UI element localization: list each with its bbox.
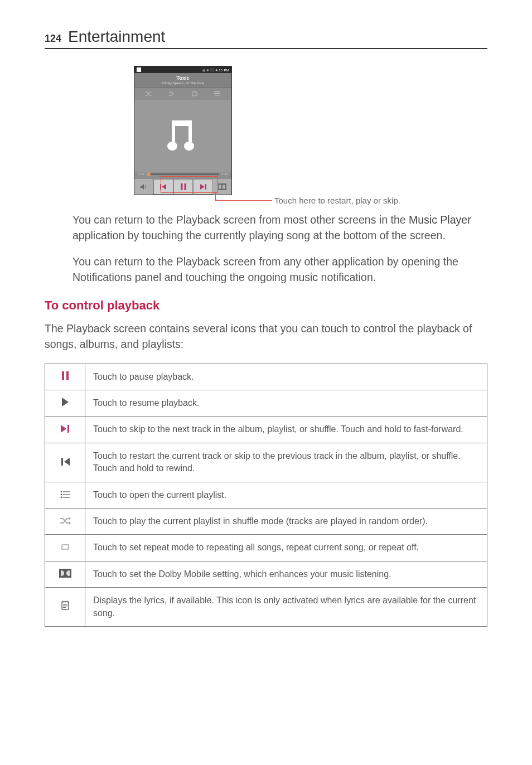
mode-row	[134, 88, 231, 100]
svg-point-22	[60, 496, 62, 498]
prev-desc: Touch to restart the current track or sk…	[85, 443, 487, 482]
status-bar: ◎ ≋ ⬛ 4:15 PM	[134, 66, 231, 73]
subheading: To control playback	[45, 298, 487, 313]
pause-desc: Touch to pause playback.	[85, 364, 487, 390]
shuffle-icon-cell	[45, 508, 85, 534]
table-row: Touch to set repeat mode to repeating al…	[45, 535, 487, 561]
elapsed-time: 0:03	[138, 172, 144, 176]
svg-rect-1	[194, 93, 196, 93]
status-icons: ◎ ≋ ⬛	[202, 69, 216, 72]
volume-button[interactable]	[134, 179, 153, 195]
repeat-icon-cell	[45, 535, 85, 561]
callout-text: Touch here to restart, play or skip.	[274, 196, 400, 205]
paragraph-text: You can return to the Playback screen fr…	[72, 214, 409, 226]
table-row: Displays the lyrics, if available. This …	[45, 588, 487, 627]
svg-rect-4	[214, 93, 220, 94]
playlist-open-icon	[58, 488, 72, 501]
play-icon-cell	[45, 390, 85, 416]
svg-rect-15	[67, 425, 69, 433]
svg-rect-3	[214, 91, 220, 92]
progress-bar[interactable]	[147, 173, 220, 175]
repeat-icon[interactable]	[168, 91, 175, 96]
table-row: Touch to open the current playlist.	[45, 482, 487, 508]
lyrics-icon-cell	[45, 588, 85, 627]
table-row: Touch to restart the current track or sk…	[45, 443, 487, 482]
table-row: Touch to play the current playlist in sh…	[45, 508, 487, 534]
dolby-desc: Touch to set the Dolby Mobile setting, w…	[85, 561, 487, 587]
svg-rect-28	[63, 604, 67, 604]
pause-icon-cell	[45, 364, 85, 390]
page-header: 124 Entertainment	[45, 28, 487, 49]
song-subtitle: Britney Spears - In The Zone	[134, 81, 231, 85]
svg-rect-2	[194, 94, 196, 94]
shuffle-mode-icon	[58, 515, 72, 527]
dolby-icon-cell	[45, 561, 85, 587]
album-art	[134, 100, 231, 172]
prev-icon	[58, 456, 72, 468]
svg-rect-25	[62, 601, 64, 603]
next-desc: Touch to skip to the next track in the a…	[85, 417, 487, 443]
svg-rect-5	[214, 95, 220, 95]
svg-rect-16	[61, 458, 63, 466]
duration-time: 3:24	[221, 172, 228, 176]
repeat-desc: Touch to set repeat mode to repeating al…	[85, 535, 487, 561]
lyrics-display-icon	[58, 599, 72, 612]
svg-rect-11	[219, 185, 221, 189]
play-desc: Touch to resume playback.	[85, 390, 487, 416]
playlist-icon-cell	[45, 482, 85, 508]
svg-rect-18	[63, 494, 70, 495]
table-row: Touch to skip to the next track in the a…	[45, 417, 487, 443]
svg-rect-12	[223, 185, 225, 189]
song-title: Toxic	[134, 75, 231, 81]
svg-rect-27	[67, 601, 68, 603]
play-icon	[58, 396, 72, 408]
section-title: Entertainment	[68, 28, 165, 46]
next-icon	[58, 423, 72, 435]
paragraph-1: You can return to the Playback screen fr…	[72, 212, 487, 244]
repeat-mode-icon	[58, 541, 72, 553]
playlist-icon[interactable]	[214, 91, 221, 96]
prev-icon-cell	[45, 443, 85, 482]
music-player-label: Music Player	[409, 214, 471, 226]
controls-table: Touch to pause playback. Touch to resume…	[45, 364, 487, 627]
callout-highlight-box	[161, 176, 218, 193]
svg-rect-17	[63, 491, 70, 492]
lyrics-desc: Displays the lyrics, if available. This …	[85, 588, 487, 627]
paragraph-text: application by touching the currently pl…	[72, 229, 446, 241]
shuffle-icon[interactable]	[145, 91, 152, 96]
svg-rect-13	[62, 371, 64, 380]
svg-point-21	[60, 493, 62, 495]
table-row: Touch to resume playback.	[45, 390, 487, 416]
song-header: Toxic Britney Spears - In The Zone	[134, 73, 231, 88]
status-app-icon	[137, 67, 141, 72]
lyrics-icon[interactable]	[191, 91, 198, 96]
svg-rect-14	[66, 371, 69, 380]
dolby-icon	[58, 567, 72, 579]
svg-rect-26	[65, 601, 66, 603]
playlist-desc: Touch to open the current playlist.	[85, 482, 487, 508]
svg-point-20	[60, 491, 62, 492]
intro-text: The Playback screen contains several ico…	[45, 321, 487, 352]
status-time: 4:15 PM	[216, 69, 229, 72]
table-row: Touch to pause playback.	[45, 364, 487, 390]
next-icon-cell	[45, 417, 85, 443]
paragraph-2: You can return to the Playback screen fr…	[72, 254, 487, 285]
svg-rect-19	[63, 497, 70, 498]
music-note-icon	[165, 118, 201, 154]
pause-icon	[58, 370, 72, 382]
page-number: 124	[45, 33, 61, 45]
shuffle-desc: Touch to play the current playlist in sh…	[85, 508, 487, 534]
svg-rect-29	[63, 606, 67, 606]
status-right: ◎ ≋ ⬛ 4:15 PM	[202, 68, 229, 72]
table-row: Touch to set the Dolby Mobile setting, w…	[45, 561, 487, 587]
svg-rect-30	[63, 607, 66, 608]
